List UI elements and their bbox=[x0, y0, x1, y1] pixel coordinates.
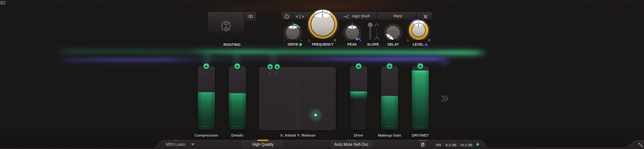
svg-text:R: R bbox=[334, 38, 336, 42]
svg-text:+: + bbox=[300, 38, 302, 42]
svg-text:1: 1 bbox=[225, 22, 227, 25]
svg-text:R: R bbox=[428, 39, 430, 42]
svg-text:L: L bbox=[407, 39, 409, 42]
svg-text:2: 2 bbox=[225, 28, 227, 31]
svg-text:−: − bbox=[343, 38, 345, 42]
svg-text:−: − bbox=[283, 38, 285, 42]
svg-text:L: L bbox=[308, 38, 310, 42]
svg-text:1: 1 bbox=[299, 15, 301, 19]
